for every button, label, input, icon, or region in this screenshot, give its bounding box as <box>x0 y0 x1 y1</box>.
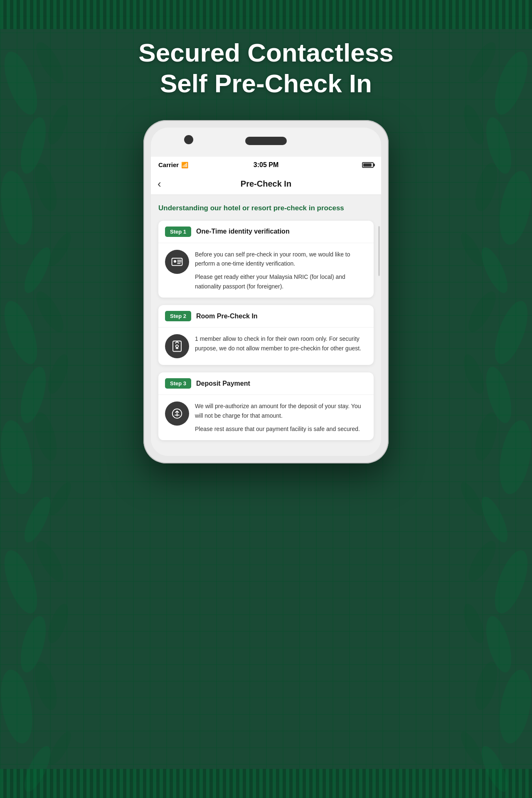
step-3-title: Deposit Payment <box>196 380 250 387</box>
svg-point-8 <box>0 547 44 618</box>
phone-mockup: Carrier 📶 3:05 PM ‹ Pre-Check In Underst… <box>143 120 389 464</box>
svg-point-10 <box>0 667 37 746</box>
step-3-desc-1: We will pre-authorize an amount for the … <box>195 401 367 420</box>
svg-point-32 <box>488 547 532 618</box>
svg-point-49 <box>174 260 176 262</box>
svg-point-34 <box>495 667 532 746</box>
step-3-desc-2: Please rest assure that our payment faci… <box>195 424 367 433</box>
status-right <box>362 162 374 168</box>
step-1-description: Before you can self pre-check in your ro… <box>195 250 367 291</box>
section-title: Understanding our hotel or resort pre-ch… <box>158 203 374 213</box>
step-1-desc-2: Please get ready either your Malaysia NR… <box>195 272 367 291</box>
step-1-badge: Step 1 <box>165 227 191 237</box>
step-1-header: Step 1 One-Time identity verification <box>158 221 374 243</box>
svg-point-33 <box>481 613 517 675</box>
battery-icon <box>362 162 374 168</box>
step-2-badge: Step 2 <box>165 311 191 321</box>
step-1-card: Step 1 One-Time identity verification <box>158 221 374 298</box>
svg-point-21 <box>44 601 72 645</box>
payment-icon <box>171 407 183 420</box>
svg-point-23 <box>46 729 75 768</box>
phone-speaker <box>245 137 287 145</box>
svg-point-47 <box>457 729 486 768</box>
wifi-icon: 📶 <box>181 162 188 168</box>
svg-point-19 <box>46 480 75 518</box>
svg-point-43 <box>457 480 486 518</box>
scrollbar <box>378 226 380 276</box>
svg-point-7 <box>20 493 56 546</box>
step-2-header: Step 2 Room Pre-Check In <box>158 305 374 328</box>
bottom-decorative-band <box>0 769 532 798</box>
screen-content: Understanding our hotel or resort pre-ch… <box>151 195 381 456</box>
step-3-badge: Step 3 <box>165 378 191 389</box>
back-button[interactable]: ‹ <box>158 177 161 190</box>
step-1-desc-1: Before you can self pre-check in your ro… <box>195 250 367 268</box>
svg-point-44 <box>463 537 501 585</box>
step-1-body: Before you can self pre-check in your ro… <box>158 243 374 298</box>
status-bar: Carrier 📶 3:05 PM <box>151 157 381 173</box>
svg-point-46 <box>471 659 502 712</box>
step-3-header: Step 3 Deposit Payment <box>158 372 374 395</box>
page-heading: Secured ContactlessSelf Pre-Check In <box>105 37 426 99</box>
step-3-icon <box>165 401 189 426</box>
identity-icon <box>171 256 183 268</box>
room-icon <box>171 340 183 352</box>
step-3-body: We will pre-authorize an amount for the … <box>158 395 374 440</box>
step-2-icon <box>165 334 189 358</box>
svg-point-9 <box>16 613 51 675</box>
step-2-card: Step 2 Room Pre-Check In <box>158 305 374 365</box>
phone-camera <box>184 135 193 144</box>
svg-rect-53 <box>173 341 181 352</box>
step-2-description: 1 member allow to check in for their own… <box>195 334 367 353</box>
carrier-label: Carrier <box>158 161 179 168</box>
step-3-card: Step 3 Deposit Payment <box>158 372 374 440</box>
step-3-description: We will pre-authorize an amount for the … <box>195 401 367 433</box>
status-left: Carrier 📶 <box>158 161 188 168</box>
svg-point-45 <box>460 601 488 645</box>
step-1-title: One-Time identity verification <box>196 228 290 235</box>
phone-top-bar <box>151 128 381 157</box>
step-1-icon <box>165 250 189 274</box>
step-2-desc-1: 1 member allow to check in for their own… <box>195 334 367 353</box>
step-2-title: Room Pre-Check In <box>196 313 258 320</box>
nav-title: Pre-Check In <box>241 179 291 189</box>
svg-point-20 <box>31 537 69 585</box>
svg-point-22 <box>30 659 61 712</box>
nav-bar: ‹ Pre-Check In <box>151 173 381 195</box>
status-time: 3:05 PM <box>254 161 278 169</box>
svg-point-31 <box>477 493 513 546</box>
step-2-body: 1 member allow to check in for their own… <box>158 328 374 365</box>
